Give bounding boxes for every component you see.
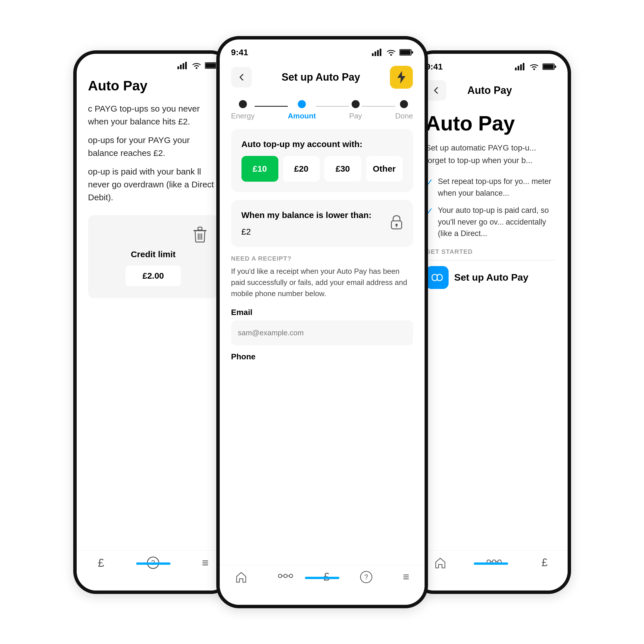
home-icon [235,571,247,583]
setup-auto-pay-button[interactable]: Set up Auto Pay [426,266,556,289]
right-status-bar: 9:41 [414,54,568,74]
receipt-section: NEED A RECEIPT? If you'd like a receipt … [220,255,425,374]
left-screen-content: Auto Pay c PAYG top-ups so you never whe… [77,72,230,298]
pound-icon: £ [98,556,104,569]
amount-10[interactable]: £10 [241,156,278,182]
receipt-desc: If you'd like a receipt when your Auto P… [231,266,413,299]
svg-point-37 [533,68,535,70]
nav-home[interactable] [235,571,247,583]
nav-network[interactable] [278,571,293,581]
step-dot-done [400,100,408,108]
center-phone: 9:41 [216,36,428,608]
feature-2: ✓ Your auto top-up is paid card, so you'… [426,205,556,239]
divider [426,260,556,260]
svg-point-4 [196,67,197,69]
receipt-label: NEED A RECEIPT? [231,255,413,262]
step-dot-pay [352,100,360,108]
step-pay: Pay [349,100,362,120]
right-bottom-nav: £ [414,550,568,591]
svg-rect-21 [412,51,413,53]
svg-rect-2 [183,63,184,69]
back-button[interactable] [231,67,252,88]
email-group: Email [231,308,413,345]
center-bottom-nav: £ ? ≡ [220,565,425,605]
center-battery-icon [399,49,413,56]
lightning-button[interactable] [390,66,413,89]
menu-icon: ≡ [202,556,209,569]
nav-help[interactable]: ? [360,571,372,583]
balance-card-title: When my balance is lower than: [241,210,372,220]
left-phone: Auto Pay c PAYG top-ups so you never whe… [73,50,233,594]
wifi-icon [192,62,201,69]
left-status-bar [77,54,230,72]
right-nav-network[interactable] [486,556,502,567]
nav-menu[interactable]: ≡ [403,571,409,583]
left-desc-3: op-up is paid with your bank ll never go… [88,165,219,204]
email-label: Email [231,308,413,317]
step-line-2 [316,106,349,107]
right-header: Auto Pay [414,74,568,106]
setup-btn-label: Set up Auto Pay [454,272,528,283]
amount-other[interactable]: Other [366,156,403,182]
amount-20[interactable]: £20 [283,156,320,182]
topup-card: Auto top-up my account with: £10 £20 £30… [231,129,413,192]
right-phone: 9:41 [411,50,571,594]
svg-rect-36 [523,63,524,70]
svg-rect-7 [205,63,216,68]
trash-icon[interactable] [193,227,207,244]
signal-icon [177,62,188,69]
left-status-icons [177,62,219,69]
phone-label: Phone [231,352,413,361]
svg-rect-34 [518,66,519,70]
step-line-3 [362,106,395,107]
left-desc-1: c PAYG top-ups so you never when your ba… [88,102,219,128]
svg-rect-22 [400,50,411,55]
amount-30[interactable]: £30 [324,156,361,182]
left-bottom-nav: £ ? ≡ [77,550,230,591]
amount-options: £10 £20 £30 Other [241,156,403,182]
right-nav-account[interactable]: £ [542,556,548,569]
network-icon [278,571,293,581]
right-header-title: Auto Pay [467,84,512,96]
right-nav-active-bar [474,562,508,565]
svg-rect-9 [198,227,202,230]
step-label-pay: Pay [349,112,362,120]
right-nav-home[interactable] [434,556,447,569]
svg-rect-16 [374,51,376,56]
nav-item-menu[interactable]: ≡ [202,556,209,569]
step-dot-energy [239,100,247,108]
svg-rect-0 [177,66,179,69]
feature-text-1: Set repeat top-ups for yo... meter when … [438,176,556,199]
step-label-done: Done [395,112,413,120]
auto-pay-desc: Set up automatic PAYG top-u... forget to… [426,142,556,167]
center-signal-icon [372,49,383,56]
step-label-amount: Amount [288,112,316,120]
svg-rect-15 [372,53,374,56]
step-done: Done [395,100,413,120]
right-signal-icon [515,63,526,70]
step-line-1 [255,106,288,107]
svg-rect-3 [185,62,187,69]
feature-text-2: Your auto top-up is paid card, so you'll… [438,205,556,239]
right-back-button[interactable] [426,80,446,101]
center-wifi-icon [386,49,396,56]
nav-item-balance[interactable]: £ [98,556,104,569]
center-header-title: Set up Auto Pay [282,71,360,83]
get-started-label: GET STARTED [426,248,556,255]
right-battery-icon [542,63,556,70]
right-network-icon [486,556,502,567]
phone-group: Phone [231,352,413,361]
progress-steps: Energy Amount Pay Done [220,94,425,129]
right-screen-content: Auto Pay Set up automatic PAYG top-u... … [414,106,568,295]
balance-value: £2 [241,227,372,237]
svg-rect-18 [380,49,381,56]
center-status-bar: 9:41 [220,39,425,60]
center-header: Set up Auto Pay [220,60,425,94]
svg-point-19 [390,54,392,56]
svg-point-28 [289,574,293,578]
svg-rect-1 [180,65,182,69]
right-home-icon [434,556,447,569]
scene: Auto Pay c PAYG top-ups so you never whe… [0,0,644,644]
left-title: Auto Pay [88,78,219,94]
email-input[interactable] [231,320,413,345]
